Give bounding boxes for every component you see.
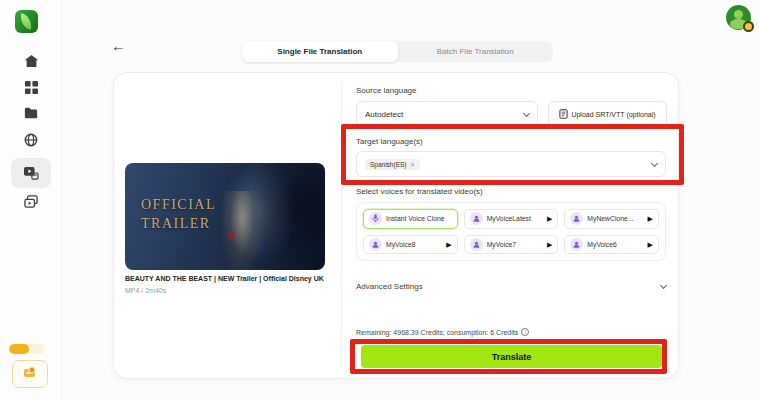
user-avatar[interactable]	[726, 5, 751, 30]
credits-progress-bar	[9, 344, 45, 354]
voice-chip[interactable]: MyVoice7 ▶	[464, 235, 559, 255]
poster-title: OFFICIAL TRAILER	[141, 196, 216, 234]
translate-button[interactable]: Translate	[361, 345, 662, 368]
video-thumbnail: OFFICIAL TRAILER	[125, 163, 325, 270]
microphone-icon	[369, 212, 382, 225]
source-language-value: Autodetect	[365, 110, 403, 119]
source-language-label: Source language	[356, 86, 417, 95]
sidebar-item-apps[interactable]	[15, 74, 47, 100]
sidebar-item-explore[interactable]	[15, 127, 47, 153]
credits-summary: Remaining: 4968.39 Credits; consumption:…	[356, 328, 529, 336]
translation-card: OFFICIAL TRAILER BEAUTY AND THE BEAST | …	[113, 72, 679, 379]
voice-chip[interactable]: MyVoiceLatest ▶	[464, 209, 559, 229]
voice-chip-label: MyVoice8	[386, 241, 415, 248]
upload-srt-label: Upload SRT/VTT (optional)	[571, 111, 655, 118]
avatar-person-icon	[734, 10, 743, 19]
rose-accent	[229, 233, 234, 238]
voice-options-panel: Instant Voice Clone MyVoiceLatest ▶ MyNe…	[356, 202, 666, 261]
play-icon[interactable]: ▶	[648, 215, 653, 222]
home-icon	[24, 54, 39, 68]
voice-avatar-icon	[369, 238, 382, 251]
voice-chip-label: MyVoice7	[487, 241, 516, 248]
chevron-down-icon	[523, 109, 530, 116]
voice-avatar-icon	[570, 212, 583, 225]
voice-chip[interactable]: MyNewClone... ▶	[564, 209, 659, 229]
advanced-settings-label: Advanced Settings	[356, 282, 423, 291]
play-icon[interactable]: ▶	[547, 215, 552, 222]
voice-chip-label: MyNewClone...	[587, 215, 633, 222]
translation-mode-tabs: Single File Translation Batch File Trans…	[242, 41, 553, 62]
remove-tag-icon[interactable]: ×	[411, 161, 415, 168]
avatar-premium-badge	[743, 21, 754, 32]
voice-avatar-icon	[470, 212, 483, 225]
voice-avatar-icon	[570, 238, 583, 251]
play-icon[interactable]: ▶	[547, 241, 552, 248]
folder-icon	[24, 107, 38, 119]
apps-grid-icon	[25, 81, 38, 94]
belle-figure	[221, 191, 263, 270]
video-title: BEAUTY AND THE BEAST | NEW Trailer | Off…	[125, 275, 337, 282]
target-language-tag: Spanish(ES) ×	[365, 159, 420, 170]
chevron-down-icon	[660, 281, 667, 288]
panel-divider	[341, 83, 342, 368]
voice-chip-label: MyVoice6	[587, 241, 616, 248]
voice-chip[interactable]: MyVoice6 ▶	[564, 235, 659, 255]
voice-avatar-icon	[470, 238, 483, 251]
globe-icon	[24, 133, 38, 147]
sidebar-item-batch-clone[interactable]	[15, 188, 47, 214]
tab-single-file-translation[interactable]: Single File Translation	[242, 41, 398, 62]
upload-srt-button[interactable]: Upload SRT/VTT (optional)	[548, 101, 667, 127]
sidebar-item-home[interactable]	[15, 48, 47, 74]
back-arrow-icon[interactable]: ←	[111, 38, 126, 53]
sidebar-item-video-translate[interactable]	[11, 158, 51, 188]
leaf-icon	[19, 13, 33, 30]
target-language-label: Target language(s)	[356, 137, 423, 146]
voice-chip-instant-clone[interactable]: Instant Voice Clone	[363, 209, 458, 229]
chevron-down-icon	[651, 159, 658, 166]
clone-window-icon	[24, 195, 38, 208]
voices-label: Select voices for translated video(s)	[356, 187, 483, 196]
voice-chip-label: Instant Voice Clone	[386, 215, 445, 222]
info-icon[interactable]: i	[521, 328, 529, 336]
tab-batch-file-translation[interactable]: Batch File Translation	[398, 41, 554, 62]
play-icon[interactable]: ▶	[446, 241, 451, 248]
video-translate-icon	[23, 166, 39, 180]
target-language-select[interactable]: Spanish(ES) ×	[356, 151, 666, 177]
reward-coin-icon	[22, 365, 38, 383]
app-logo[interactable]	[15, 10, 38, 33]
reward-button[interactable]	[12, 360, 48, 388]
video-meta: MP4 / 2m40s	[125, 287, 166, 294]
play-icon[interactable]: ▶	[648, 241, 653, 248]
upload-file-icon	[559, 109, 568, 120]
source-language-select[interactable]: Autodetect	[356, 101, 538, 127]
sidebar	[0, 0, 62, 400]
advanced-settings-toggle[interactable]: Advanced Settings	[356, 278, 666, 294]
voice-chip-label: MyVoiceLatest	[487, 215, 531, 222]
voice-chip[interactable]: MyVoice8 ▶	[363, 235, 458, 255]
sidebar-item-files[interactable]	[15, 100, 47, 126]
